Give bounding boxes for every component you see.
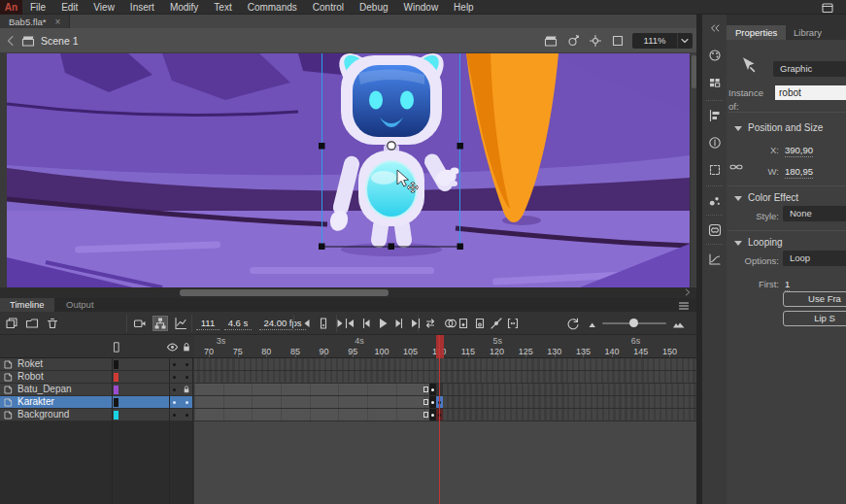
step-back-icon[interactable] [300,317,314,330]
layer-visibility-dot[interactable] [173,401,176,404]
menu-help[interactable]: Help [446,0,482,15]
dock-cc-libraries-icon[interactable] [702,218,727,242]
layer-lock-dot[interactable] [186,376,188,379]
graph-view-icon[interactable] [174,317,187,330]
style-dropdown[interactable]: None [783,206,846,221]
section-position-size[interactable]: Position and Size [734,121,823,134]
scrollbar-thumb[interactable] [180,289,389,296]
dock-brush-library-icon[interactable] [702,189,727,213]
keyframe-marker[interactable] [429,384,436,395]
layer-lock-icon[interactable] [182,385,191,394]
back-arrow-icon[interactable] [4,34,17,48]
clip-content-icon[interactable] [611,34,625,48]
keyframe-marker[interactable] [429,409,436,420]
layer-name[interactable]: Background [17,409,69,420]
go-first-icon[interactable] [343,317,356,330]
layer-frames-track[interactable] [194,371,696,384]
reset-zoom-icon[interactable] [566,317,580,330]
section-looping[interactable]: Looping [734,236,783,249]
layer-frames-track[interactable] [194,396,696,409]
layer-lock-dot[interactable] [186,401,188,404]
center-stage-icon[interactable] [589,34,602,48]
eye-icon[interactable] [166,341,179,353]
layer-visibility-dot[interactable] [173,363,176,366]
layer-visibility-dot[interactable] [173,388,176,391]
outline-column-icon[interactable] [111,341,122,353]
frame-rate-value[interactable]: 24.00 fps [259,317,306,330]
prev-frame-icon[interactable] [359,317,373,330]
layer-color-swatch[interactable] [114,373,118,382]
dock-info-icon[interactable] [702,131,727,154]
document-tab[interactable]: Bab5.fla* × [0,15,70,28]
menu-file[interactable]: File [22,0,53,15]
panel-menu-icon[interactable] [677,299,691,313]
keyframe-marker[interactable] [429,396,436,408]
dock-swatches-icon[interactable] [702,71,727,94]
symbol-type-dropdown[interactable]: Graphic [773,61,846,77]
first-frame-value[interactable]: 1 [785,278,790,291]
menu-view[interactable]: View [85,0,122,15]
new-layer-icon[interactable] [5,317,18,330]
layer-color-swatch[interactable] [114,386,118,394]
scroll-right-icon[interactable] [682,286,694,298]
current-frame-value[interactable]: 111 [196,317,220,330]
layer-lock-dot[interactable] [186,414,188,417]
zoom-level-value[interactable]: 111% [632,33,678,49]
zoom-in-icon[interactable] [672,317,686,330]
go-last-icon[interactable] [409,317,423,330]
slider-thumb[interactable] [629,319,638,327]
instance-name-field[interactable]: robot [775,85,846,100]
onion-skin-icon[interactable] [444,317,457,330]
menu-text[interactable]: Text [206,0,239,15]
collapse-panels-button[interactable] [702,17,727,40]
playhead[interactable] [436,335,444,358]
stage-horizontal-scrollbar[interactable] [0,287,696,298]
breadcrumb-scene[interactable]: Scene 1 [41,28,79,53]
menu-edit[interactable]: Edit [53,0,85,15]
camera-icon[interactable] [133,317,147,330]
layer-name[interactable]: Karakter [17,396,54,408]
insert-blank-keyframe-icon[interactable] [473,317,487,330]
layer-row-left[interactable]: Robot [0,371,192,384]
layer-row-left[interactable]: Karakter [0,396,192,409]
lock-icon[interactable] [181,341,192,353]
new-folder-icon[interactable] [25,317,39,330]
delete-icon[interactable] [46,317,59,330]
parent-view-icon[interactable] [153,317,167,330]
dock-transform-icon[interactable] [702,158,727,182]
x-value[interactable]: 390,90 [785,144,813,157]
layer-color-swatch[interactable] [114,398,118,407]
menu-control[interactable]: Control [305,0,352,15]
app-window-icon[interactable] [821,1,834,15]
dock-color-icon[interactable] [702,44,727,67]
insert-keyframe-icon[interactable] [457,317,470,330]
edit-multiple-frames-icon[interactable] [506,317,520,330]
layer-row-background[interactable]: Background [0,409,696,421]
layer-name[interactable]: Roket [17,358,43,370]
stage-canvas[interactable] [7,53,690,287]
layer-row-left[interactable]: Background [0,409,192,421]
layer-frames-track[interactable] [194,384,696,396]
layer-name[interactable]: Robot [17,371,44,383]
next-frame-icon[interactable] [392,317,406,330]
layer-visibility-dot[interactable] [173,414,176,417]
layer-name[interactable]: Batu_Depan [17,384,72,395]
layer-row-left[interactable]: Batu_Depan [0,384,192,396]
loop-icon[interactable] [423,317,437,330]
edit-scene-icon[interactable] [544,34,558,48]
elapsed-time-value[interactable]: 4.6 s [224,317,252,330]
edit-symbols-icon[interactable] [566,34,580,48]
zoom-out-icon[interactable] [587,317,600,330]
use-frame-picker-button[interactable]: Use Fra [783,291,846,307]
close-icon[interactable]: × [55,17,61,27]
section-color-effect[interactable]: Color Effect [734,191,798,204]
current-frame-icon[interactable] [317,317,330,330]
menu-commands[interactable]: Commands [240,0,305,15]
timeline-zoom-slider[interactable] [602,322,666,324]
layer-row-karakter[interactable]: Karakter [0,396,696,409]
tab-library[interactable]: Library [785,25,830,40]
menu-debug[interactable]: Debug [352,0,395,15]
tab-timeline[interactable]: Timeline [0,298,54,312]
w-value[interactable]: 180,95 [785,165,813,179]
timeline-ruler[interactable]: 3s4s5s6s70758085909510010511011512012513… [194,335,696,358]
